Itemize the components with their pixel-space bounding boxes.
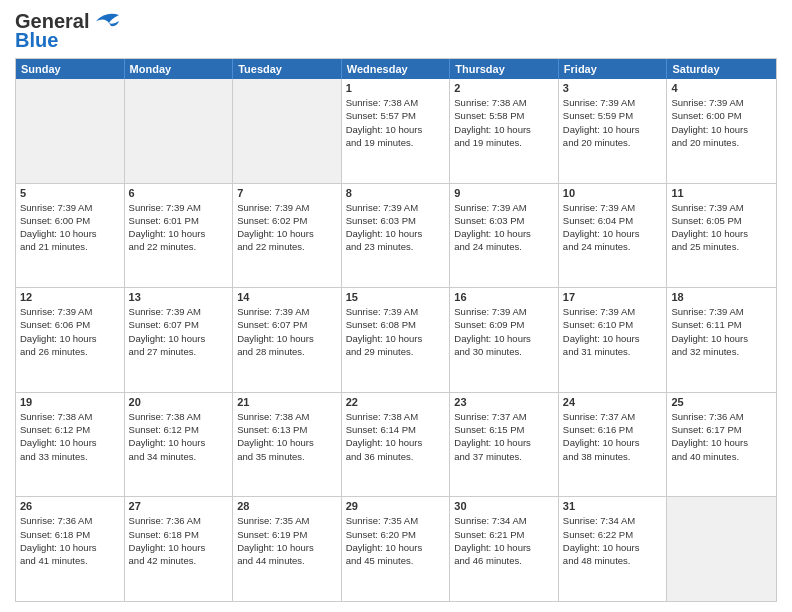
cell-line: Sunset: 5:58 PM — [454, 109, 554, 122]
calendar-body: 1Sunrise: 7:38 AMSunset: 5:57 PMDaylight… — [16, 79, 776, 601]
cell-line: and 48 minutes. — [563, 554, 663, 567]
cell-line: Daylight: 10 hours — [346, 541, 446, 554]
day-number: 10 — [563, 187, 663, 199]
cell-line: Sunset: 6:07 PM — [237, 318, 337, 331]
cell-line: Daylight: 10 hours — [671, 332, 772, 345]
cell-line: Daylight: 10 hours — [129, 332, 229, 345]
logo: General Blue — [15, 10, 121, 52]
calendar-cell: 24Sunrise: 7:37 AMSunset: 6:16 PMDayligh… — [559, 393, 668, 497]
cell-line: Sunrise: 7:38 AM — [346, 410, 446, 423]
cell-line: and 22 minutes. — [237, 240, 337, 253]
cell-line: Daylight: 10 hours — [454, 436, 554, 449]
cell-line: Daylight: 10 hours — [563, 227, 663, 240]
cell-line: Sunset: 6:02 PM — [237, 214, 337, 227]
day-number: 2 — [454, 82, 554, 94]
cell-line: Sunrise: 7:39 AM — [20, 201, 120, 214]
cell-line: Sunrise: 7:36 AM — [671, 410, 772, 423]
calendar-cell — [667, 497, 776, 601]
cell-line: Sunrise: 7:38 AM — [20, 410, 120, 423]
cell-line: and 33 minutes. — [20, 450, 120, 463]
logo-bird-icon — [91, 11, 121, 33]
cell-line: Sunrise: 7:35 AM — [237, 514, 337, 527]
calendar-cell — [233, 79, 342, 183]
day-number: 8 — [346, 187, 446, 199]
header-day: Tuesday — [233, 59, 342, 79]
cell-line: Sunset: 6:09 PM — [454, 318, 554, 331]
cell-line: and 24 minutes. — [563, 240, 663, 253]
cell-line: Sunset: 6:12 PM — [129, 423, 229, 436]
cell-line: Sunset: 6:05 PM — [671, 214, 772, 227]
cell-line: and 35 minutes. — [237, 450, 337, 463]
cell-line: Sunrise: 7:34 AM — [454, 514, 554, 527]
cell-line: and 29 minutes. — [346, 345, 446, 358]
day-number: 6 — [129, 187, 229, 199]
cell-line: and 23 minutes. — [346, 240, 446, 253]
header-day: Thursday — [450, 59, 559, 79]
calendar-cell: 26Sunrise: 7:36 AMSunset: 6:18 PMDayligh… — [16, 497, 125, 601]
header-day: Friday — [559, 59, 668, 79]
cell-line: and 46 minutes. — [454, 554, 554, 567]
cell-line: Daylight: 10 hours — [129, 541, 229, 554]
day-number: 27 — [129, 500, 229, 512]
cell-line: Daylight: 10 hours — [20, 332, 120, 345]
day-number: 9 — [454, 187, 554, 199]
cell-line: Sunset: 6:17 PM — [671, 423, 772, 436]
cell-line: Sunrise: 7:39 AM — [563, 96, 663, 109]
cell-line: Sunset: 6:11 PM — [671, 318, 772, 331]
cell-line: Sunset: 6:22 PM — [563, 528, 663, 541]
day-number: 13 — [129, 291, 229, 303]
calendar-row: 26Sunrise: 7:36 AMSunset: 6:18 PMDayligh… — [16, 497, 776, 601]
cell-line: Sunrise: 7:39 AM — [563, 201, 663, 214]
cell-line: and 25 minutes. — [671, 240, 772, 253]
cell-line: and 19 minutes. — [346, 136, 446, 149]
calendar-cell: 23Sunrise: 7:37 AMSunset: 6:15 PMDayligh… — [450, 393, 559, 497]
day-number: 1 — [346, 82, 446, 94]
calendar-cell: 19Sunrise: 7:38 AMSunset: 6:12 PMDayligh… — [16, 393, 125, 497]
cell-line: Sunrise: 7:39 AM — [129, 201, 229, 214]
day-number: 24 — [563, 396, 663, 408]
day-number: 14 — [237, 291, 337, 303]
day-number: 3 — [563, 82, 663, 94]
cell-line: Sunset: 6:15 PM — [454, 423, 554, 436]
cell-line: and 24 minutes. — [454, 240, 554, 253]
calendar-cell — [16, 79, 125, 183]
cell-line: Sunrise: 7:39 AM — [129, 305, 229, 318]
header: General Blue — [15, 10, 777, 52]
cell-line: Daylight: 10 hours — [563, 332, 663, 345]
cell-line: Daylight: 10 hours — [237, 541, 337, 554]
cell-line: Sunset: 6:00 PM — [20, 214, 120, 227]
cell-line: and 28 minutes. — [237, 345, 337, 358]
cell-line: Sunrise: 7:39 AM — [20, 305, 120, 318]
cell-line: Daylight: 10 hours — [346, 436, 446, 449]
cell-line: Sunset: 5:59 PM — [563, 109, 663, 122]
cell-line: Daylight: 10 hours — [346, 332, 446, 345]
day-number: 18 — [671, 291, 772, 303]
cell-line: Sunrise: 7:38 AM — [454, 96, 554, 109]
cell-line: Sunset: 6:20 PM — [346, 528, 446, 541]
cell-line: Sunrise: 7:39 AM — [237, 305, 337, 318]
cell-line: Sunrise: 7:39 AM — [346, 305, 446, 318]
day-number: 25 — [671, 396, 772, 408]
calendar-header: SundayMondayTuesdayWednesdayThursdayFrid… — [16, 59, 776, 79]
calendar-cell: 21Sunrise: 7:38 AMSunset: 6:13 PMDayligh… — [233, 393, 342, 497]
calendar-cell: 10Sunrise: 7:39 AMSunset: 6:04 PMDayligh… — [559, 184, 668, 288]
cell-line: Daylight: 10 hours — [671, 123, 772, 136]
calendar-cell: 4Sunrise: 7:39 AMSunset: 6:00 PMDaylight… — [667, 79, 776, 183]
cell-line: Sunset: 6:04 PM — [563, 214, 663, 227]
cell-line: Sunset: 6:03 PM — [454, 214, 554, 227]
header-day: Saturday — [667, 59, 776, 79]
cell-line: Daylight: 10 hours — [129, 436, 229, 449]
calendar-cell: 16Sunrise: 7:39 AMSunset: 6:09 PMDayligh… — [450, 288, 559, 392]
cell-line: Sunset: 6:06 PM — [20, 318, 120, 331]
calendar-cell: 25Sunrise: 7:36 AMSunset: 6:17 PMDayligh… — [667, 393, 776, 497]
cell-line: and 38 minutes. — [563, 450, 663, 463]
day-number: 22 — [346, 396, 446, 408]
cell-line: Sunset: 6:00 PM — [671, 109, 772, 122]
calendar-cell: 15Sunrise: 7:39 AMSunset: 6:08 PMDayligh… — [342, 288, 451, 392]
calendar-cell: 5Sunrise: 7:39 AMSunset: 6:00 PMDaylight… — [16, 184, 125, 288]
calendar-row: 1Sunrise: 7:38 AMSunset: 5:57 PMDaylight… — [16, 79, 776, 184]
day-number: 17 — [563, 291, 663, 303]
cell-line: Sunrise: 7:38 AM — [237, 410, 337, 423]
day-number: 29 — [346, 500, 446, 512]
cell-line: and 36 minutes. — [346, 450, 446, 463]
